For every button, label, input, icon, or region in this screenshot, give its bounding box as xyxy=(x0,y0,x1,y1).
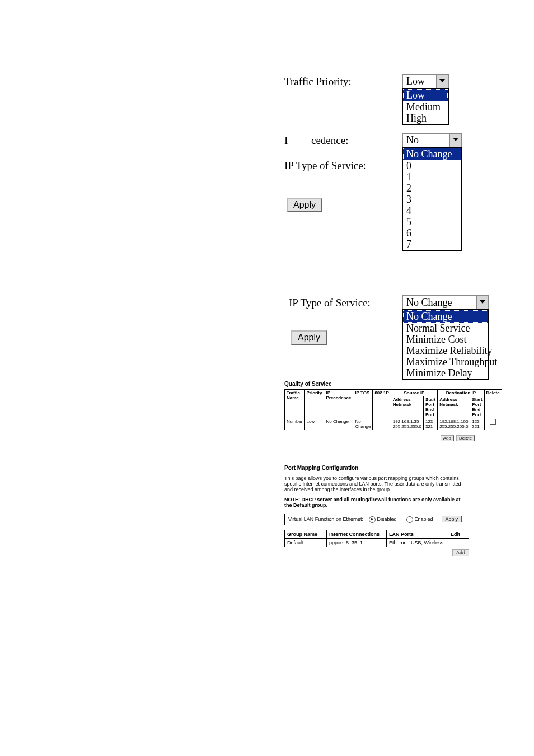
cell-delete[interactable] xyxy=(484,418,502,430)
dropdown-arrow-icon xyxy=(436,75,448,88)
port-mapping-add-button[interactable]: Add xyxy=(452,549,469,556)
port-mapping-table: Group Name Internet Connections LAN Port… xyxy=(284,530,469,547)
option-1[interactable]: 1 xyxy=(403,171,461,183)
option-nochange[interactable]: No Change xyxy=(403,148,461,160)
cell-traffic-name: Number xyxy=(285,418,305,430)
pm-col-group: Group Name xyxy=(285,530,327,538)
traffic-priority-value: Low xyxy=(406,76,425,87)
col-dst-addr: Address Netmask xyxy=(438,396,470,418)
qos-table: Traffic Name Priority IP Precedence IP T… xyxy=(284,389,502,430)
svg-marker-0 xyxy=(439,79,445,82)
port-mapping-desc: This page allows you to configure variou… xyxy=(284,475,469,492)
ip-tos-select[interactable]: No Change xyxy=(402,295,489,310)
option-6[interactable]: 6 xyxy=(403,227,461,239)
svg-marker-2 xyxy=(480,300,485,304)
pm-col-internet: Internet Connections xyxy=(327,530,387,538)
traffic-priority-label: Traffic Priority: xyxy=(284,76,352,88)
traffic-priority-select[interactable]: Low xyxy=(402,74,449,89)
cell-dst-port: 123 321 xyxy=(470,418,484,430)
option-4[interactable]: 4 xyxy=(403,205,461,216)
port-mapping-title: Port Mapping Configuration xyxy=(284,465,475,471)
ip-tos-options[interactable]: No Change Normal Service Minimize Cost M… xyxy=(402,309,489,380)
dropdown-arrow-icon xyxy=(476,296,488,309)
option-high[interactable]: High xyxy=(403,113,448,124)
vlan-apply-button[interactable]: Apply xyxy=(442,516,462,522)
col-delete: Delete xyxy=(484,390,502,418)
option-maxrel[interactable]: Maximize Reliability xyxy=(403,345,488,356)
ip-precedence-label-left: I xyxy=(284,134,288,147)
cell-ip-tos: No Change xyxy=(353,418,373,430)
pm-cell-edit[interactable] xyxy=(448,538,469,547)
option-7[interactable]: 7 xyxy=(403,239,461,250)
traffic-priority-options[interactable]: Low Medium High xyxy=(402,88,449,125)
delete-checkbox[interactable] xyxy=(490,419,496,425)
port-mapping-note: NOTE: DHCP server and all routing/firewa… xyxy=(284,497,469,508)
col-ip-precedence: IP Precedence xyxy=(324,390,353,418)
option-5[interactable]: 5 xyxy=(403,216,461,227)
col-source-ip: Source IP xyxy=(391,390,437,396)
pm-col-edit: Edit xyxy=(448,530,469,538)
col-src-addr: Address Netmask xyxy=(391,396,423,418)
ip-tos-label-1: IP Type of Service: xyxy=(284,160,366,172)
pm-data-row: Default pppoe_8_35_1 Ethernet, USB, Wire… xyxy=(285,538,469,547)
option-nochange[interactable]: No Change xyxy=(403,310,488,323)
pm-cell-internet: pppoe_8_35_1 xyxy=(327,538,387,547)
ip-precedence-options[interactable]: No Change 0 1 2 3 4 5 6 7 xyxy=(402,147,462,251)
vlan-label: Virtual LAN Function on Ethernet: xyxy=(288,516,363,522)
option-2[interactable]: 2 xyxy=(403,183,461,194)
option-mincost[interactable]: Minimize Cost xyxy=(403,334,488,345)
pm-cell-lan: Ethernet, USB, Wireless xyxy=(387,538,448,547)
option-3[interactable]: 3 xyxy=(403,194,461,205)
apply-button-2[interactable]: Apply xyxy=(291,330,327,345)
apply-button-1[interactable]: Apply xyxy=(287,198,322,212)
cell-8021p xyxy=(373,418,391,430)
cell-priority: Low xyxy=(305,418,324,430)
cell-src-addr: 192.168.1.35 255.255.255.0 xyxy=(391,418,423,430)
ip-tos-label-2: IP Type of Service: xyxy=(289,297,371,309)
col-ip-tos: IP TOS xyxy=(353,390,373,418)
ip-precedence-label-right: cedence: xyxy=(311,134,348,147)
cell-src-port: 123 321 xyxy=(423,418,437,430)
qos-add-button[interactable]: Add xyxy=(441,435,454,441)
col-dst-port: Start Port End Port xyxy=(470,396,484,418)
ip-tos-value: No Change xyxy=(406,297,452,308)
qos-title: Quality of Service xyxy=(284,381,475,387)
option-low[interactable]: Low xyxy=(403,89,448,101)
pm-col-lan: LAN Ports xyxy=(387,530,448,538)
col-dest-ip: Destination IP xyxy=(438,390,484,396)
cell-dst-addr: 192.168.1.100 255.255.255.0 xyxy=(438,418,470,430)
vlan-disabled-label: Disabled xyxy=(377,516,396,522)
vlan-enabled-radio[interactable] xyxy=(406,516,413,523)
col-8021p: 802.1P xyxy=(373,390,391,418)
option-medium[interactable]: Medium xyxy=(403,101,448,113)
option-maxthr[interactable]: Maximize Throughput xyxy=(403,356,488,367)
svg-marker-1 xyxy=(453,138,458,141)
qos-header-row: Traffic Name Priority IP Precedence IP T… xyxy=(285,390,502,396)
col-traffic-name: Traffic Name xyxy=(285,390,305,418)
pm-cell-group: Default xyxy=(285,538,327,547)
vlan-row: Virtual LAN Function on Ethernet: Disabl… xyxy=(284,514,470,525)
vlan-disabled-radio[interactable] xyxy=(369,516,376,523)
option-normal[interactable]: Normal Service xyxy=(403,323,488,334)
option-mindelay[interactable]: Minimize Delay xyxy=(403,367,488,379)
option-0[interactable]: 0 xyxy=(403,160,461,171)
qos-data-row: Number Low No Change No Change 192.168.1… xyxy=(285,418,502,430)
vlan-enabled-label: Enabled xyxy=(415,516,433,522)
qos-delete-button[interactable]: Delete xyxy=(456,435,475,441)
cell-ip-precedence: No Change xyxy=(324,418,353,430)
col-src-port: Start Port End Port xyxy=(423,396,437,418)
col-priority: Priority xyxy=(305,390,324,418)
